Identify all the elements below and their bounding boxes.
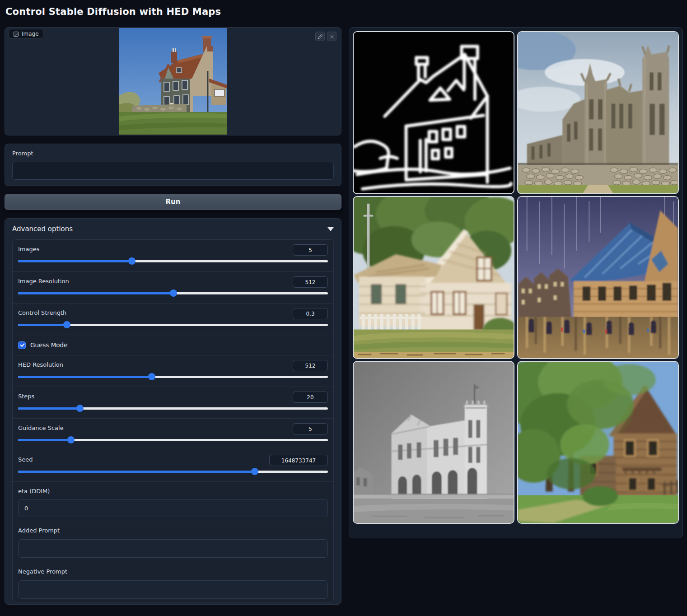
clear-image-button[interactable] [327, 32, 336, 41]
control-strength-slider-handle[interactable] [63, 321, 70, 328]
steps-slider-handle[interactable] [76, 405, 84, 412]
advanced-options-form: Images Image Resolution Control Strength [12, 239, 334, 602]
control-strength-slider-row: Control Strength [13, 303, 333, 335]
negative-prompt-label: Negative Prompt [18, 568, 67, 575]
cottage-painting-image [354, 197, 514, 358]
run-button[interactable]: Run [5, 194, 341, 210]
gallery-item-bw-building[interactable] [353, 361, 514, 524]
guess-mode-row: Guess Mode [13, 335, 333, 355]
input-image-photo[interactable] [119, 28, 227, 135]
gallery-item-cathedral[interactable] [517, 31, 679, 194]
seed-slider[interactable] [18, 471, 328, 473]
eta-ddim-label: eta (DDIM) [18, 488, 50, 495]
added-prompt-row: Added Prompt [13, 521, 333, 562]
images-slider-handle[interactable] [128, 257, 136, 265]
timber-house-image [518, 362, 678, 523]
input-image-component[interactable]: Image [5, 27, 341, 135]
image-icon [13, 31, 19, 37]
control-strength-label: Control Strength [18, 309, 66, 316]
added-prompt-input[interactable] [18, 539, 328, 558]
advanced-options-header[interactable]: Advanced options [5, 219, 341, 239]
guidance-scale-slider-row: Guidance Scale [13, 418, 333, 450]
hed-resolution-slider-handle[interactable] [148, 373, 155, 380]
image-component-label-text: Image [22, 31, 39, 37]
gallery-item-cottage-painting[interactable] [353, 196, 514, 359]
rainy-painting-image [518, 197, 678, 358]
eta-ddim-row: eta (DDIM) [13, 481, 333, 521]
gallery-item-hed-map[interactable] [353, 31, 514, 194]
cathedral-image [518, 32, 678, 193]
guidance-scale-slider[interactable] [18, 439, 328, 441]
image-resolution-value-input[interactable] [293, 276, 328, 288]
control-strength-slider-fill [18, 324, 67, 326]
images-slider-fill [18, 260, 132, 262]
guidance-scale-value-input[interactable] [293, 423, 328, 434]
hed-resolution-slider-fill [18, 376, 152, 378]
image-resolution-slider[interactable] [18, 292, 328, 294]
guess-mode-label[interactable]: Guess Mode [30, 341, 67, 349]
added-prompt-label: Added Prompt [18, 527, 60, 534]
prompt-field-group: Prompt [5, 144, 341, 186]
prompt-label: Prompt [12, 150, 33, 157]
advanced-options-panel: Advanced options Images Image Resolution… [5, 218, 341, 605]
output-gallery [349, 27, 683, 538]
image-resolution-slider-fill [18, 292, 173, 294]
guidance-scale-label: Guidance Scale [18, 425, 64, 431]
guess-mode-checkbox[interactable] [18, 341, 26, 349]
image-component-label: Image [9, 29, 43, 39]
image-resolution-slider-row: Image Resolution [13, 271, 333, 303]
steps-slider-row: Steps [13, 387, 333, 418]
hed-resolution-slider-row: HED Resolution [13, 355, 333, 387]
hed-resolution-slider[interactable] [18, 376, 328, 378]
negative-prompt-input[interactable] [18, 580, 328, 599]
hed-resolution-value-input[interactable] [293, 360, 328, 371]
image-resolution-label: Image Resolution [18, 278, 69, 285]
eta-ddim-input[interactable] [18, 499, 328, 517]
images-slider[interactable] [18, 260, 328, 262]
images-value-input[interactable] [293, 244, 328, 256]
seed-slider-fill [18, 471, 255, 473]
pencil-icon [318, 34, 323, 39]
control-strength-slider[interactable] [18, 324, 328, 326]
accordion-arrow-icon [327, 227, 334, 231]
close-icon [329, 34, 335, 39]
seed-label: Seed [18, 456, 33, 463]
images-label: Images [18, 246, 40, 252]
edit-image-button[interactable] [315, 32, 325, 41]
guidance-scale-slider-fill [18, 439, 71, 441]
hed-map-image [354, 32, 514, 193]
advanced-options-title: Advanced options [12, 225, 73, 233]
steps-slider[interactable] [18, 407, 328, 410]
control-strength-value-input[interactable] [293, 308, 328, 319]
seed-value-input[interactable] [269, 455, 328, 466]
gallery-item-rainy-painting[interactable] [517, 196, 679, 359]
seed-slider-handle[interactable] [251, 468, 258, 475]
prompt-input[interactable] [12, 162, 334, 180]
steps-slider-fill [18, 407, 80, 410]
images-slider-row: Images [13, 240, 333, 271]
page-title: Control Stable Diffusion with HED Maps [5, 6, 221, 17]
guidance-scale-slider-handle[interactable] [67, 436, 75, 443]
seed-slider-row: Seed [13, 450, 333, 481]
steps-label: Steps [18, 393, 34, 400]
gallery-item-timber-house[interactable] [517, 361, 679, 524]
negative-prompt-row: Negative Prompt [13, 562, 333, 602]
hed-resolution-label: HED Resolution [18, 361, 63, 368]
bw-building-image [354, 362, 514, 523]
image-resolution-slider-handle[interactable] [170, 289, 177, 297]
steps-value-input[interactable] [293, 392, 328, 403]
